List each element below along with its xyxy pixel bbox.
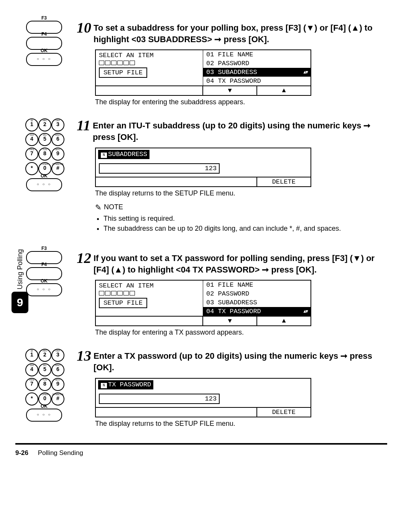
lcd-option: 01 FILE NAME	[203, 50, 310, 59]
key-7: PRS7	[25, 148, 38, 161]
lcd-left-title: SELECT AN ITEM	[99, 282, 200, 289]
step-caption: The display returns to the SETUP FILE me…	[95, 420, 387, 428]
note-item: This setting is required.	[104, 213, 387, 223]
note-block: ✎NOTE This setting is required. The suba…	[95, 203, 387, 233]
lcd-down-icon: ▼	[203, 317, 257, 325]
lcd-bottom-spacer	[96, 317, 203, 325]
lcd-input-value: 123	[99, 163, 220, 174]
lcd-screen-10: SELECT AN ITEM SETUP FILE 01 FILE NAME 0…	[95, 49, 311, 96]
ok-key: OK○ ○ ○	[26, 178, 62, 191]
key-4: GHI4	[25, 133, 38, 146]
side-tab-label: Using Polling	[16, 249, 24, 289]
lcd-screen-12: SELECT AN ITEM SETUP FILE 01 FILE NAME 0…	[95, 280, 311, 326]
lcd-option-selected: 04 TX PASSWORD▲▼	[203, 307, 310, 316]
step-title: To set a subaddress for your polling box…	[94, 19, 387, 45]
input-mode-icon: N	[100, 383, 107, 389]
lcd-bottom-spacer	[96, 86, 203, 95]
step-number: 12	[77, 250, 91, 266]
key-2: ABC2	[38, 349, 51, 362]
lcd-left-box: SETUP FILE	[99, 298, 147, 308]
step-11: @1 ABC2 DEF3 GHI4 JKL5 MNO6 PRS7 TUV8 WX…	[15, 117, 387, 239]
lcd-down-icon: ▼	[203, 86, 257, 95]
lcd-up-icon: ▲	[257, 317, 310, 325]
ok-key: OK○ ○ ○	[26, 53, 62, 66]
ok-key: OK○ ○ ○	[26, 409, 62, 422]
step-caption: The display for entering a TX password a…	[95, 328, 387, 337]
pencil-icon: ✎	[95, 203, 102, 212]
fkey-illustration: F3 F4 OK○ ○ ○	[26, 251, 62, 296]
input-mode-icon: N	[100, 152, 107, 158]
step-title: Enter a TX password (up to 20 digits) us…	[94, 347, 387, 373]
lcd-input-value: 123	[99, 394, 220, 404]
note-header: ✎NOTE	[95, 203, 387, 212]
lcd-header: NTX PASSWORD	[98, 380, 153, 389]
step-number: 10	[77, 19, 91, 36]
key-2: ABC2	[38, 118, 51, 131]
lcd-option: 02 PASSWORD	[203, 59, 310, 68]
page-number: 9-26	[15, 449, 28, 456]
numeric-keypad-illustration: @1 ABC2 DEF3 GHI4 JKL5 MNO6 PRS7 TUV8 WX…	[25, 118, 63, 175]
lcd-option: 04 TX PASSWORD	[203, 77, 310, 85]
lcd-screen-11: NSUBADDRESS 123 DELETE	[95, 148, 311, 187]
step-10: F3 F4 OK○ ○ ○ 10 To set a subaddress for…	[15, 19, 387, 106]
lcd-option-selected: 03 SUBADDRESS▲▼	[203, 68, 310, 77]
lcd-bottom-spacer	[96, 177, 257, 186]
lcd-delete-label: DELETE	[257, 177, 311, 186]
lcd-up-icon: ▲	[257, 86, 310, 95]
key-3: DEF3	[51, 118, 64, 131]
numeric-keypad-illustration: @1 ABC2 DEF3 GHI4 JKL5 MNO6 PRS7 TUV8 WX…	[25, 349, 63, 406]
lcd-bottom-spacer	[96, 408, 257, 417]
key-8: TUV8	[38, 378, 51, 391]
key-1: @1	[25, 118, 38, 131]
key-9: WXY9	[51, 148, 64, 161]
step-title: If you want to set a TX password for pol…	[94, 250, 387, 275]
key-6: MNO6	[51, 133, 64, 146]
ok-key: OK○ ○ ○	[26, 283, 62, 296]
step-number: 13	[77, 347, 91, 364]
page-footer: 9-26 Polling Sending	[15, 443, 387, 457]
footer-section: Polling Sending	[38, 449, 83, 456]
side-tab-number: 9	[12, 292, 28, 313]
lcd-left-box: SETUP FILE	[99, 67, 147, 78]
key-9: WXY9	[51, 378, 64, 391]
key-1: @1	[25, 349, 38, 362]
step-number: 11	[77, 117, 90, 134]
key-5: JKL5	[38, 133, 51, 146]
step-12: F3 F4 OK○ ○ ○ 12 If you want to set a TX…	[15, 250, 387, 337]
key-4: GHI4	[25, 363, 38, 376]
lcd-delete-label: DELETE	[257, 408, 311, 417]
step-13: @1 ABC2 DEF3 GHI4 JKL5 MNO6 PRS7 TUV8 WX…	[15, 347, 387, 427]
lcd-option: 03 SUBADDRESS	[203, 298, 310, 307]
progress-indicator	[99, 61, 200, 65]
lcd-left-title: SELECT AN ITEM	[99, 52, 200, 59]
note-item: The subaddress can be up to 20 digits lo…	[104, 223, 387, 233]
key-5: JKL5	[38, 363, 51, 376]
key-6: MNO6	[51, 363, 64, 376]
step-caption: The display returns to the SETUP FILE me…	[95, 189, 387, 197]
key-8: TUV8	[38, 148, 51, 161]
lcd-option: 01 FILE NAME	[203, 281, 310, 289]
key-3: DEF3	[51, 349, 64, 362]
lcd-header: NSUBADDRESS	[98, 150, 150, 159]
step-title: Enter an ITU-T subaddress (up to 20 digi…	[93, 117, 387, 143]
progress-indicator	[99, 291, 200, 296]
fkey-illustration: F3 F4 OK○ ○ ○	[26, 21, 62, 66]
key-7: PRS7	[25, 378, 38, 391]
lcd-option: 02 PASSWORD	[203, 289, 310, 298]
step-caption: The display for entering the subaddress …	[95, 98, 387, 106]
lcd-screen-13: NTX PASSWORD 123 DELETE	[95, 378, 311, 417]
